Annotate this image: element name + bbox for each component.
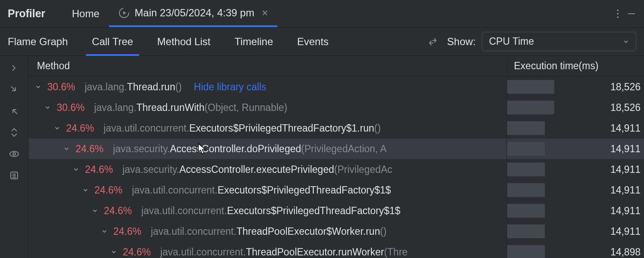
- chevron-down-icon[interactable]: [54, 125, 62, 131]
- method-signature: java.util.concurrent.Executors$Privilege…: [132, 184, 391, 196]
- chevron-down-icon[interactable]: [45, 104, 52, 111]
- list-icon[interactable]: [0, 165, 28, 186]
- sidebar: [0, 56, 28, 258]
- tree-row[interactable]: 24.6%java.security.AccessController.doPr…: [28, 138, 644, 159]
- chevron-down-icon[interactable]: [73, 166, 81, 172]
- expand-right-icon[interactable]: [0, 58, 28, 78]
- hide-library-calls-link[interactable]: Hide library calls: [194, 81, 267, 93]
- call-tree-area: Method Execution time(ms) 30.6%java.lang…: [28, 56, 644, 258]
- percentage: 30.6%: [47, 81, 75, 93]
- method-signature: java.util.concurrent.ThreadPoolExecutor.…: [160, 246, 407, 258]
- time-bar: [507, 245, 545, 258]
- percentage: 30.6%: [57, 102, 85, 114]
- header-controls: [617, 9, 636, 19]
- chevron-down-icon[interactable]: [111, 249, 118, 255]
- svg-point-2: [617, 13, 619, 15]
- execution-time: 14,898: [554, 246, 644, 258]
- tree-row[interactable]: 24.6%java.util.concurrent.Executors$Priv…: [28, 200, 644, 221]
- collapse-up-icon[interactable]: [0, 101, 28, 121]
- tree-row[interactable]: 24.6%java.util.concurrent.ThreadPoolExec…: [28, 221, 644, 242]
- chevron-down-icon[interactable]: [101, 228, 109, 234]
- method-signature: java.util.concurrent.ThreadPoolExecutor$…: [151, 226, 386, 237]
- svg-point-5: [10, 151, 18, 157]
- percentage: 24.6%: [104, 205, 132, 217]
- view-tabs-row: Flame Graph Call Tree Method List Timeli…: [0, 28, 644, 56]
- percentage: 24.6%: [94, 184, 122, 196]
- tab-flame-graph[interactable]: Flame Graph: [8, 28, 80, 55]
- percentage: 24.6%: [113, 226, 141, 237]
- time-bar: [507, 142, 545, 156]
- time-bar: [507, 183, 545, 197]
- chevron-down-icon[interactable]: [92, 208, 100, 214]
- percentage: 24.6%: [66, 123, 94, 134]
- chevron-down-icon[interactable]: [64, 146, 71, 152]
- execution-time: 14,911: [554, 226, 644, 237]
- tab-home[interactable]: Home: [63, 0, 109, 27]
- show-value: CPU Time: [489, 36, 534, 47]
- collapse-both-icon[interactable]: [0, 122, 28, 143]
- chevron-down-icon: [623, 39, 629, 45]
- tree-row[interactable]: 24.6%java.util.concurrent.Executors$Priv…: [28, 180, 644, 200]
- close-icon[interactable]: [262, 10, 268, 16]
- method-signature: java.util.concurrent.Executors$Privilege…: [141, 205, 400, 217]
- chevron-down-icon[interactable]: [82, 187, 90, 193]
- execution-time: 14,911: [554, 184, 644, 196]
- show-label: Show:: [447, 36, 476, 48]
- percentage: 24.6%: [76, 143, 103, 155]
- swap-icon[interactable]: [427, 36, 438, 47]
- time-bar: [507, 101, 554, 114]
- time-bar: [507, 163, 545, 176]
- chevron-down-icon[interactable]: [35, 84, 43, 90]
- collapse-down-icon[interactable]: [0, 79, 28, 100]
- tree-rows: 30.6%java.lang.Thread.run()Hide library …: [28, 77, 644, 258]
- tree-row[interactable]: 30.6%java.lang.Thread.run()Hide library …: [28, 77, 644, 97]
- column-header: Method Execution time(ms): [28, 56, 644, 77]
- execution-time: 14,911: [554, 205, 644, 217]
- percentage: 24.6%: [85, 164, 113, 175]
- execution-time: 14,911: [554, 123, 644, 134]
- time-bar: [507, 224, 545, 238]
- tab-call-tree[interactable]: Call Tree: [80, 28, 145, 55]
- execution-time: 18,526: [554, 81, 644, 93]
- tab-events[interactable]: Events: [285, 28, 340, 55]
- profiler-header: Profiler Home Main 23/05/2024, 4:39 pm: [0, 0, 644, 28]
- tab-timeline[interactable]: Timeline: [222, 28, 285, 55]
- execution-time: 18,526: [554, 102, 644, 114]
- method-signature: java.security.AccessController.doPrivile…: [113, 143, 387, 155]
- time-bar: [507, 121, 545, 135]
- tree-row[interactable]: 24.6%java.util.concurrent.Executors$Priv…: [28, 118, 644, 138]
- col-method-header[interactable]: Method: [28, 60, 507, 72]
- tree-row[interactable]: 24.6%java.util.concurrent.ThreadPoolExec…: [28, 242, 644, 258]
- tab-main-run[interactable]: Main 23/05/2024, 4:39 pm: [109, 0, 278, 27]
- method-signature: java.lang.Thread.run(): [85, 81, 182, 93]
- profiler-title: Profiler: [8, 7, 46, 20]
- time-bar: [507, 204, 545, 218]
- time-bar: [507, 80, 554, 94]
- svg-point-6: [13, 153, 15, 155]
- execution-time: 14,911: [554, 164, 644, 175]
- tree-row[interactable]: 30.6%java.lang.Thread.runWith(Object, Ru…: [28, 97, 644, 118]
- method-signature: java.util.concurrent.Executors$Privilege…: [103, 123, 381, 134]
- run-profile-icon: [118, 7, 130, 18]
- tab-main-label: Main 23/05/2024, 4:39 pm: [135, 7, 255, 19]
- main-content: Method Execution time(ms) 30.6%java.lang…: [0, 56, 644, 258]
- svg-point-3: [617, 16, 619, 18]
- percentage: 24.6%: [123, 246, 151, 258]
- execution-time: 14,911: [554, 143, 644, 155]
- show-dropdown[interactable]: CPU Time: [482, 32, 636, 51]
- kebab-icon[interactable]: [617, 9, 619, 19]
- tab-home-label: Home: [72, 8, 100, 20]
- method-signature: java.security.AccessController.executePr…: [122, 164, 392, 175]
- tab-method-list[interactable]: Method List: [145, 28, 222, 55]
- minimize-icon[interactable]: [627, 9, 636, 18]
- col-exec-header[interactable]: Execution time(ms): [507, 60, 644, 72]
- eye-icon[interactable]: [0, 144, 28, 164]
- header-tabs: Home Main 23/05/2024, 4:39 pm: [63, 0, 278, 27]
- tree-row[interactable]: 24.6%java.security.AccessController.exec…: [28, 159, 644, 180]
- method-signature: java.lang.Thread.runWith(Object, Runnabl…: [94, 102, 287, 114]
- svg-point-1: [617, 9, 619, 11]
